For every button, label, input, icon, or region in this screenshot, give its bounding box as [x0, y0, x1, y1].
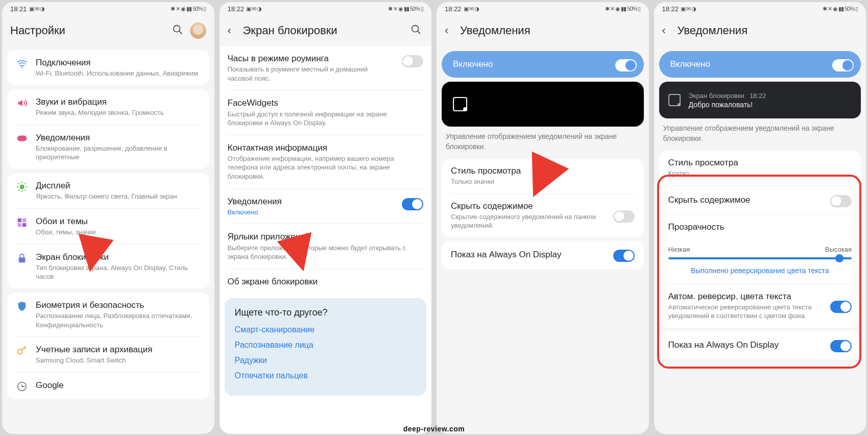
settings-row-lockscreen[interactable]: Экран блокировкиТип блокировки экрана, A…: [7, 245, 209, 288]
preview-app-name: Экран блокировки: [689, 92, 744, 100]
toggle-hide-content[interactable]: [613, 210, 635, 223]
screen-lock-notifications-a: 18:22 ▣ ✉ ◑ ✱ ✕ ◉ ▮▮ 50% ▯ ‹ Уведомления…: [437, 2, 649, 434]
svg-line-10: [25, 189, 26, 190]
back-button[interactable]: ‹: [228, 24, 243, 37]
svg-point-18: [18, 349, 22, 354]
preview-app-icon: [668, 94, 681, 106]
row-notifications[interactable]: УведомленияВключено: [220, 189, 432, 224]
row-about-lockscreen[interactable]: Об экране блокировки: [220, 269, 432, 294]
stage: 18:21 ▣ ✉ ◑ ✱ ✕ ◉ ▮▮ 50% ▯ Настройки Под…: [0, 0, 868, 436]
master-toggle-bar[interactable]: Включено: [659, 51, 861, 78]
lockscreen-scroll[interactable]: Часы в режиме роумингаПоказывать в роуми…: [220, 46, 432, 434]
settings-row-biometrics[interactable]: Биометрия и безопасностьРаспознавание ли…: [7, 293, 209, 336]
row-hide-content[interactable]: Скрыть содержимое: [659, 186, 861, 214]
toggle-auto-reverse-text[interactable]: [830, 301, 852, 313]
transparency-slider[interactable]: [668, 257, 852, 259]
svg-rect-14: [22, 218, 26, 222]
back-button[interactable]: ‹: [662, 24, 678, 37]
svg-line-11: [18, 189, 19, 190]
preview-message: Добро пожаловать!: [689, 101, 766, 109]
notif-scroll[interactable]: Включено Экран блокировки18:22 Добро пож…: [654, 46, 866, 434]
watermark: deep-review.com: [403, 425, 465, 433]
master-toggle-bar[interactable]: Включено: [442, 51, 644, 78]
search-link[interactable]: Отпечатки пальцев: [235, 371, 417, 380]
status-bar: 18:22 ▣ ✉ ◑ ✱ ✕ ◉ ▮▮ 50% ▯: [654, 2, 866, 15]
settings-row-display[interactable]: ДисплейЯркость, Фильтр синего света, Гла…: [7, 173, 209, 208]
status-bar: 18:22 ▣ ✉ ◑ ✱ ✕ ◉ ▮▮ 50% ▯: [437, 2, 649, 15]
settings-row-google[interactable]: Google: [7, 373, 209, 399]
svg-line-21: [418, 31, 421, 34]
back-button[interactable]: ‹: [445, 24, 460, 37]
notif-card: Показ на Always On Display: [659, 331, 861, 359]
row-show-on-aod[interactable]: Показ на Always On Display: [659, 331, 861, 359]
settings-row-notifications[interactable]: УведомленияБлокирование, разрешение, доб…: [7, 125, 209, 169]
search-link[interactable]: Смарт-сканирование: [235, 325, 417, 334]
settings-group: Биометрия и безопасностьРаспознавание ли…: [7, 293, 209, 399]
status-right-icons: ✱ ✕ ◉ ▮▮ 50% ▯: [171, 6, 206, 12]
toggle-roaming-clock[interactable]: [402, 55, 423, 67]
search-panel: Ищете что-то другое? Смарт-сканирование …: [225, 298, 427, 396]
svg-line-12: [25, 183, 26, 184]
svg-rect-13: [18, 218, 21, 222]
toggle-show-on-aod[interactable]: [830, 340, 852, 352]
avatar[interactable]: [190, 22, 206, 39]
search-icon[interactable]: [171, 24, 185, 38]
notif-card: Показ на Always On Display: [442, 240, 644, 269]
master-toggle-label: Включено: [453, 59, 493, 69]
toggle-show-on-aod[interactable]: [613, 250, 635, 262]
row-view-style[interactable]: Стиль просмотра Только значки: [442, 159, 644, 193]
section-description: Управление отображением уведомлений на э…: [663, 124, 857, 143]
key-icon: [15, 345, 29, 356]
status-time: 18:22: [662, 5, 679, 13]
display-icon: [15, 181, 29, 192]
settings-row-connections[interactable]: ПодключенияWi-Fi, Bluetooth, Использован…: [7, 50, 209, 85]
notif-card: Стиль просмотра Кратко Скрыть содержимое…: [659, 151, 861, 328]
toggle-notifications[interactable]: [402, 198, 423, 210]
row-view-style[interactable]: Стиль просмотра Кратко: [659, 151, 861, 185]
settings-scroll[interactable]: ПодключенияWi-Fi, Bluetooth, Использован…: [2, 46, 214, 434]
section-description: Управление отображением уведомлений на э…: [446, 132, 640, 152]
row-app-shortcuts[interactable]: Ярлыки приложенийВыберите приложения, ко…: [220, 224, 432, 268]
screen-lock-notifications-b: 18:22 ▣ ✉ ◑ ✱ ✕ ◉ ▮▮ 50% ▯ ‹ Уведомления…: [654, 2, 866, 434]
row-transparency: Прозрачность: [659, 215, 861, 239]
svg-rect-17: [19, 257, 26, 262]
status-bar: 18:21 ▣ ✉ ◑ ✱ ✕ ◉ ▮▮ 50% ▯: [2, 2, 214, 15]
header: ‹ Экран блокировки: [220, 15, 432, 46]
master-toggle[interactable]: [832, 59, 854, 71]
svg-rect-15: [18, 223, 21, 227]
row-auto-reverse-text[interactable]: Автом. реверсир. цвета текста Автоматиче…: [659, 284, 861, 328]
row-contact-info[interactable]: Контактная информацияОтображение информа…: [220, 135, 432, 188]
settings-row-accounts[interactable]: Учетные записи и архивацияSamsung Cloud,…: [7, 337, 209, 372]
notif-icon: [15, 133, 29, 142]
search-link[interactable]: Радужки: [235, 356, 417, 365]
screen-settings: 18:21 ▣ ✉ ◑ ✱ ✕ ◉ ▮▮ 50% ▯ Настройки Под…: [2, 2, 214, 434]
settings-group: ДисплейЯркость, Фильтр синего света, Гла…: [7, 173, 209, 288]
notif-scroll[interactable]: Включено Управление отображением уведомл…: [437, 46, 649, 434]
page-title: Уведомления: [678, 24, 858, 37]
notification-preview: [442, 82, 644, 127]
svg-rect-3: [17, 135, 27, 141]
row-show-on-aod[interactable]: Показ на Always On Display: [442, 240, 644, 269]
screen-lockscreen: 18:22 ▣ ✉ ◑ ✱ ✕ ◉ ▮▮ 50% ▯ ‹ Экран блоки…: [220, 2, 432, 434]
master-toggle[interactable]: [615, 59, 637, 71]
settings-row-wallpaper[interactable]: Обои и темыОбои, темы, значки: [7, 209, 209, 244]
wifi-icon: [15, 58, 29, 69]
svg-rect-16: [22, 223, 26, 227]
slider-low-label: Низкая: [668, 246, 690, 253]
sound-icon: [15, 98, 29, 109]
search-link[interactable]: Распознавание лица: [235, 341, 417, 350]
transparency-slider-wrap: Низкая Высокая Выполнено реверсирование …: [659, 239, 861, 284]
toggle-hide-content[interactable]: [830, 195, 852, 207]
search-icon[interactable]: [409, 24, 423, 38]
row-facewidgets[interactable]: FaceWidgetsБыстрый доступ к полезной инф…: [220, 90, 432, 134]
svg-line-1: [179, 31, 182, 34]
row-hide-content[interactable]: Скрыть содержимое Скрытие содержимого ув…: [442, 194, 644, 237]
status-time: 18:22: [228, 5, 245, 13]
status-time: 18:22: [445, 5, 462, 13]
slider-thumb[interactable]: [835, 254, 843, 262]
settings-row-sounds[interactable]: Звуки и вибрацияРежим звука, Мелодия зво…: [7, 89, 209, 125]
header: ‹ Уведомления: [437, 15, 649, 46]
row-roaming-clock[interactable]: Часы в режиме роумингаПоказывать в роуми…: [220, 46, 432, 90]
settings-group: Звуки и вибрацияРежим звука, Мелодия зво…: [7, 89, 209, 169]
header: Настройки: [2, 15, 214, 46]
